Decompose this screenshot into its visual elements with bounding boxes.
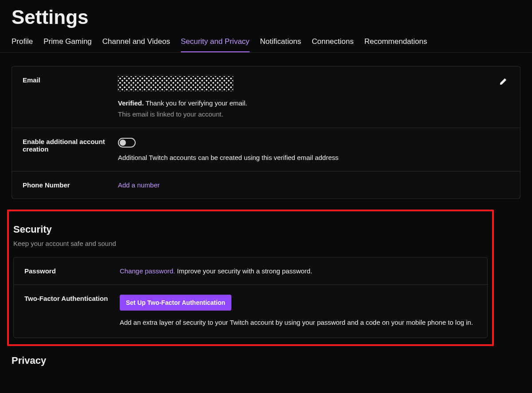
phone-row: Phone Number Add a number [12, 171, 520, 198]
email-row: Email Verified. Thank you for verifying … [12, 66, 520, 128]
pencil-icon [499, 78, 507, 87]
tfa-label: Two-Factor Authentication [24, 295, 120, 302]
setup-tfa-button[interactable]: Set Up Two-Factor Authentication [120, 295, 231, 311]
change-password-link[interactable]: Change password. [120, 267, 175, 275]
tab-security-and-privacy[interactable]: Security and Privacy [181, 33, 250, 52]
enable-additional-toggle[interactable] [118, 138, 136, 148]
edit-email-button[interactable] [497, 76, 509, 89]
security-card: Password Change password. Improve your s… [13, 257, 488, 338]
security-subtitle: Keep your account safe and sound [13, 240, 488, 247]
tfa-desc: Add an extra layer of security to your T… [120, 318, 477, 328]
password-row: Password Change password. Improve your s… [14, 257, 487, 285]
email-label: Email [23, 76, 118, 84]
email-verified-text: Thank you for verifying your email. [144, 99, 247, 107]
tab-channel-and-videos[interactable]: Channel and Videos [102, 33, 170, 52]
enable-additional-desc: Additional Twitch accounts can be create… [118, 154, 509, 161]
enable-additional-row: Enable additional account creation Addit… [12, 128, 520, 171]
phone-label: Phone Number [23, 181, 118, 189]
contact-card: Email Verified. Thank you for verifying … [12, 66, 520, 199]
email-verified-badge: Verified. [118, 99, 144, 107]
privacy-title: Privacy [12, 355, 520, 366]
security-title: Security [13, 224, 488, 235]
tab-recommendations[interactable]: Recommendations [364, 33, 427, 52]
email-value-redacted [118, 76, 233, 91]
email-linked-text: This email is linked to your account. [118, 110, 492, 118]
security-highlight: Security Keep your account safe and soun… [7, 210, 494, 346]
page-title: Settings [12, 6, 532, 28]
settings-tabs: Profile Prime Gaming Channel and Videos … [0, 33, 532, 53]
tab-profile[interactable]: Profile [12, 33, 33, 52]
tab-connections[interactable]: Connections [312, 33, 354, 52]
enable-additional-label: Enable additional account creation [23, 138, 118, 153]
toggle-knob [120, 140, 126, 146]
add-number-link[interactable]: Add a number [118, 181, 160, 189]
password-label: Password [24, 267, 120, 275]
tab-notifications[interactable]: Notifications [260, 33, 301, 52]
password-desc: Improve your security with a strong pass… [175, 267, 312, 275]
tab-prime-gaming[interactable]: Prime Gaming [43, 33, 92, 52]
tfa-row: Two-Factor Authentication Set Up Two-Fac… [14, 285, 487, 338]
